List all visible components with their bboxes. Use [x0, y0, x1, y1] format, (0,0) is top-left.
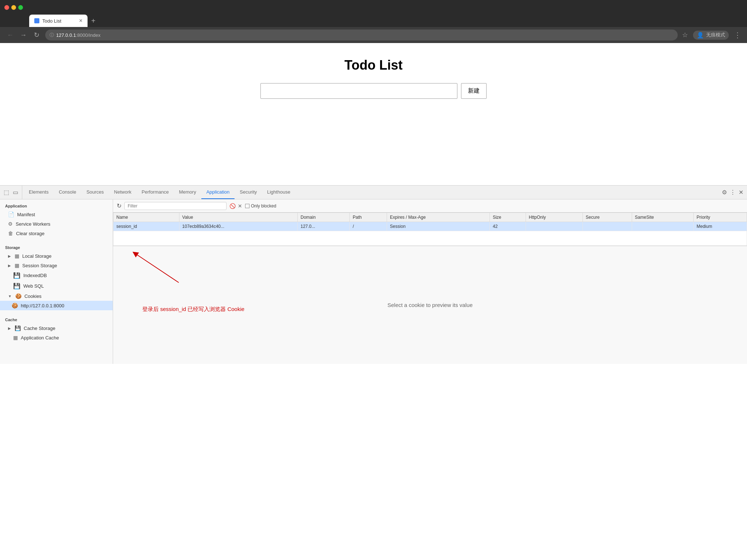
close-devtools-icon[interactable]: ✕ — [739, 189, 743, 196]
cell-samesite — [632, 222, 693, 231]
refresh-button[interactable]: ↻ — [117, 202, 121, 209]
browser-menu-button[interactable]: ⋮ — [734, 31, 741, 39]
traffic-lights — [4, 5, 23, 10]
svg-line-0 — [135, 253, 179, 283]
tab-security[interactable]: Security — [235, 186, 262, 199]
only-blocked-filter[interactable]: Only blocked — [245, 203, 276, 209]
devtools-toolbar: ⬚ ▭ Elements Console Sources Network Per… — [0, 186, 747, 199]
cookie-table-wrapper: Name Value Domain Path Expires / Max-Age… — [113, 213, 747, 246]
tab-lighthouse[interactable]: Lighthouse — [262, 186, 295, 199]
tab-memory[interactable]: Memory — [174, 186, 201, 199]
expand-icon: ▶ — [8, 264, 11, 268]
annotation-label: 登录后 session_id 已经写入浏览器 Cookie — [142, 306, 244, 313]
clear-storage-icon: 🗑 — [8, 230, 13, 236]
cell-name: session_id — [113, 222, 179, 231]
more-options-icon[interactable]: ⋮ — [730, 189, 736, 196]
lock-icon: ⓘ — [50, 32, 54, 38]
tab-close-button[interactable]: × — [79, 18, 82, 24]
back-button[interactable]: ← — [6, 31, 15, 39]
cookie-table: Name Value Domain Path Expires / Max-Age… — [113, 213, 747, 246]
tab-favicon — [34, 18, 39, 23]
sidebar-item-session-storage[interactable]: ▶ ▦ Session Storage — [0, 261, 113, 270]
sidebar-item-clear-storage[interactable]: 🗑 Clear storage — [0, 229, 113, 238]
url-bar[interactable]: ⓘ 127.0.0.1:8000/index — [45, 30, 678, 40]
new-tab-button[interactable]: + — [88, 17, 99, 25]
clear-filter-icon[interactable]: 🚫 — [229, 203, 236, 209]
service-workers-icon: ⚙ — [8, 221, 13, 227]
incognito-badge: 👤 无痕模式 — [693, 31, 729, 40]
col-samesite: SameSite — [632, 213, 693, 222]
devtools-body: Application 📄 Manifest ⚙ Service Workers… — [0, 199, 747, 364]
tab-elements[interactable]: Elements — [24, 186, 54, 199]
cell-path: / — [349, 222, 387, 231]
reload-button[interactable]: ↻ — [32, 31, 41, 39]
sidebar-section-title-storage: Storage — [0, 244, 113, 251]
maximize-button[interactable] — [18, 5, 23, 10]
cookie-filter-bar: ↻ 🚫 ✕ Only blocked — [113, 199, 747, 213]
tab-sources[interactable]: Sources — [81, 186, 109, 199]
expand-icon: ▶ — [8, 326, 11, 330]
col-value: Value — [179, 213, 297, 222]
cell-domain: 127.0... — [298, 222, 350, 231]
minimize-button[interactable] — [11, 5, 16, 10]
devtools-right: ⚙ ⋮ ✕ — [718, 189, 747, 196]
cell-secure — [582, 222, 632, 231]
only-blocked-checkbox[interactable] — [245, 204, 249, 208]
sidebar-item-indexeddb[interactable]: 💾 IndexedDB — [0, 270, 113, 281]
cookies-icon: 🍪 — [15, 293, 22, 299]
table-row[interactable]: session_id 107ecb89a3634c40... 127.0... … — [113, 222, 747, 231]
tab-network[interactable]: Network — [109, 186, 137, 199]
page-content: Todo List 新建 — [0, 43, 747, 185]
cell-priority: Medium — [693, 222, 747, 231]
inspect-icon[interactable]: ⬚ — [4, 189, 9, 196]
forward-button[interactable]: → — [19, 31, 28, 39]
tab-performance[interactable]: Performance — [136, 186, 174, 199]
main-panel: ↻ 🚫 ✕ Only blocked Name Value — [113, 199, 747, 364]
sidebar-item-service-workers[interactable]: ⚙ Service Workers — [0, 219, 113, 229]
col-secure: Secure — [582, 213, 632, 222]
cell-value: 107ecb89a3634c40... — [179, 222, 297, 231]
tab-console[interactable]: Console — [54, 186, 81, 199]
app-cache-icon: ▦ — [13, 335, 18, 341]
col-size: Size — [489, 213, 526, 222]
expand-icon: ▶ — [8, 254, 11, 258]
sidebar-section-title-cache: Cache — [0, 316, 113, 323]
sidebar-item-cookie-url[interactable]: 🍪 http://127.0.0.1:8000 — [0, 301, 113, 310]
tab-application[interactable]: Application — [201, 186, 235, 199]
sidebar-item-manifest[interactable]: 📄 Manifest — [0, 210, 113, 219]
session-storage-icon: ▦ — [15, 262, 19, 268]
devtools-tabs: Elements Console Sources Network Perform… — [22, 186, 718, 199]
sidebar-item-cookies[interactable]: ▼ 🍪 Cookies — [0, 291, 113, 301]
address-bar: ← → ↻ ⓘ 127.0.0.1:8000/index ☆ 👤 无痕模式 ⋮ — [0, 27, 747, 43]
local-storage-icon: ▦ — [15, 253, 19, 259]
sidebar-item-web-sql[interactable]: 💾 Web SQL — [0, 281, 113, 291]
url-text: 127.0.0.1:8000/index — [56, 32, 100, 38]
bookmark-icon[interactable]: ☆ — [682, 31, 688, 39]
indexeddb-icon: 💾 — [13, 272, 20, 279]
sidebar-item-cache-storage[interactable]: ▶ 💾 Cache Storage — [0, 323, 113, 333]
filter-icons: 🚫 ✕ — [229, 203, 242, 209]
cell-size: 42 — [489, 222, 526, 231]
todo-input[interactable] — [260, 83, 457, 99]
todo-form: 新建 — [260, 83, 487, 99]
cell-httponly — [526, 222, 582, 231]
cookie-preview-area: Select a cookie to preview its value 登录后… — [113, 246, 747, 364]
settings-icon[interactable]: ⚙ — [722, 189, 727, 196]
sidebar-item-local-storage[interactable]: ▶ ▦ Local Storage — [0, 251, 113, 261]
cache-storage-icon: 💾 — [15, 325, 21, 331]
active-tab[interactable]: Todo List × — [29, 15, 88, 27]
table-header-row: Name Value Domain Path Expires / Max-Age… — [113, 213, 747, 222]
sidebar-item-app-cache[interactable]: ▦ Application Cache — [0, 333, 113, 342]
devtools-panel: ⬚ ▭ Elements Console Sources Network Per… — [0, 185, 747, 364]
new-todo-button[interactable]: 新建 — [461, 83, 487, 99]
page-title: Todo List — [344, 58, 402, 73]
close-button[interactable] — [4, 5, 9, 10]
device-icon[interactable]: ▭ — [13, 189, 18, 196]
table-row-empty — [113, 231, 747, 246]
devtools-icons: ⬚ ▭ — [0, 186, 22, 199]
cookie-url-icon: 🍪 — [12, 303, 18, 308]
close-filter-icon[interactable]: ✕ — [238, 203, 242, 209]
filter-input[interactable] — [124, 202, 227, 210]
only-blocked-label: Only blocked — [251, 203, 276, 209]
annotation-arrow — [113, 246, 747, 364]
